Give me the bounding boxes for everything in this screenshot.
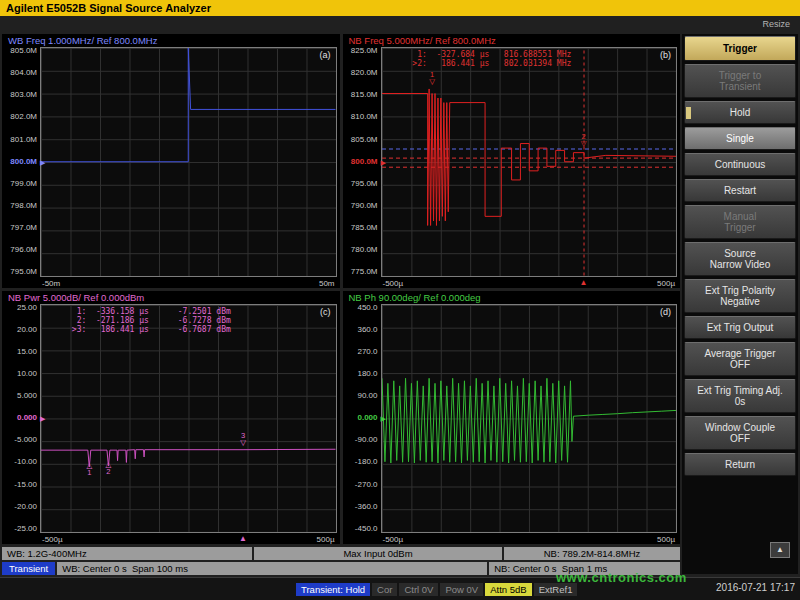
softkey-trigger[interactable]: Trigger <box>684 36 796 61</box>
softkey-return[interactable]: Return <box>684 453 796 476</box>
panel-wb-freq[interactable]: WB Freq 1.000MHz/ Ref 800.0MHz 805.0M804… <box>2 34 340 288</box>
panel-wb-freq-trace <box>41 48 336 276</box>
ref-level-marker-icon: ▶ <box>381 158 386 165</box>
y-tick-label: 801.0M <box>10 136 37 144</box>
nb-phase-trace <box>382 378 677 463</box>
sidebar-softkeys: TriggerTrigger toTransientHoldSingleCont… <box>682 34 798 574</box>
range-info-bar: WB: 1.2G-400MHz Max Input 0dBm NB: 789.2… <box>2 547 680 560</box>
panel-label-c: (c) <box>320 307 331 317</box>
resize-button[interactable]: Resize <box>762 19 790 29</box>
ref-level-marker-icon: ▶ <box>40 415 45 422</box>
panel-nb-power-x-axis: -500µ 500µ <box>4 533 337 544</box>
nb-pwr-trace <box>41 449 336 467</box>
y-tick-label: -270.0 <box>355 481 378 489</box>
clock: 2016-07-21 17:17 <box>716 582 795 593</box>
wb-range-info: WB: 1.2G-400MHz <box>2 547 252 560</box>
x-max-label: 500µ <box>657 535 675 544</box>
y-tick-label: 810.0M <box>351 113 378 121</box>
softkey-window-couple-off[interactable]: Window CoupleOFF <box>684 416 796 450</box>
status-ctrl: Ctrl 0V <box>399 583 438 596</box>
y-tick-label: 25.00 <box>17 304 37 312</box>
wb-freq-trace <box>41 48 336 162</box>
trace-marker-2: 2▽ <box>581 133 587 147</box>
nb-range-info: NB: 789.2M-814.8MHz <box>504 547 680 560</box>
y-tick-label: 15.00 <box>17 348 37 356</box>
status-pow: Pow 0V <box>440 583 483 596</box>
y-tick-label: 825.0M <box>351 47 378 55</box>
y-tick-label: -5.000 <box>14 436 37 444</box>
instrument-screen: Agilent E5052B Signal Source Analyzer Re… <box>0 0 800 600</box>
mode-badge: Transient <box>2 562 55 575</box>
panel-nb-power-plot[interactable]: (c) 1: -336.158 µs -7.2501 dBm 2: -271.1… <box>40 304 337 534</box>
y-tick-label: 450.0 <box>357 304 377 312</box>
x-min-label: -500µ <box>383 279 404 288</box>
axis-marker-icon: ▲ <box>239 534 247 543</box>
panel-wb-freq-plot[interactable]: (a) ▶ <box>40 47 337 277</box>
y-tick-label: -25.00 <box>14 525 37 533</box>
softkey-ext-trig-polarity-negative[interactable]: Ext Trig PolarityNegative <box>684 279 796 313</box>
trace-marker-3: 3▽ <box>240 432 246 446</box>
y-tick-label: 805.0M <box>351 136 378 144</box>
softkey-trigger-to-transient: Trigger toTransient <box>684 64 796 98</box>
y-tick-label: 798.0M <box>10 202 37 210</box>
y-tick-label: -180.0 <box>355 458 378 466</box>
panel-nb-freq-x-axis: -500µ 500µ <box>345 277 678 288</box>
y-tick-label: 5.000 <box>17 392 37 400</box>
y-tick-label: -450.0 <box>355 525 378 533</box>
y-tick-label: 799.0M <box>10 180 37 188</box>
y-tick-label: -10.00 <box>14 458 37 466</box>
y-tick-label: 0.000 <box>17 414 37 422</box>
y-tick-label: 90.00 <box>357 392 377 400</box>
panel-nb-power-title: NB Pwr 5.000dB/ Ref 0.000dBm <box>4 292 337 304</box>
x-min-label: -50m <box>42 279 60 288</box>
panel-nb-phase-x-axis: -500µ 500µ <box>345 533 678 544</box>
panel-nb-freq-marker-readout: 1: -327.684 µs 816.688551 MHz >2: 186.44… <box>408 50 572 68</box>
panel-nb-phase-title: NB Ph 90.00deg/ Ref 0.000deg <box>345 292 678 304</box>
y-tick-label: 180.0 <box>357 370 377 378</box>
panel-nb-freq-title: NB Freq 5.000MHz/ Ref 800.0MHz <box>345 35 678 47</box>
panel-wb-freq-x-axis: -50m 50m <box>4 277 337 288</box>
softkey-source-narrow-video[interactable]: SourceNarrow Video <box>684 242 796 276</box>
panel-nb-phase-plot[interactable]: (d) ▶ <box>381 304 678 534</box>
softkey-ext-trig-timing-adj-0s[interactable]: Ext Trig Timing Adj.0s <box>684 379 796 413</box>
softkey-ext-trig-output[interactable]: Ext Trig Output <box>684 316 796 339</box>
softkey-continuous[interactable]: Continuous <box>684 153 796 176</box>
y-tick-label: 795.0M <box>10 268 37 276</box>
panel-wb-freq-title: WB Freq 1.000MHz/ Ref 800.0MHz <box>4 35 337 47</box>
panel-nb-freq-y-axis: 825.0M820.0M815.0M810.0M805.0M800.0M795.… <box>345 47 381 277</box>
softkey-restart[interactable]: Restart <box>684 179 796 202</box>
y-tick-label: -20.00 <box>14 503 37 511</box>
y-tick-label: 800.0M <box>351 158 378 166</box>
status-transient-hold: Transient: Hold <box>296 583 370 596</box>
y-tick-label: 804.0M <box>10 69 37 77</box>
nb-freq-trace <box>382 89 677 226</box>
panel-nb-phase-y-axis: 450.0360.0270.0180.090.000.000-90.00-180… <box>345 304 381 534</box>
active-key-indicator <box>686 107 691 119</box>
panel-nb-freq-plot[interactable]: (b) 1: -327.684 µs 816.688551 MHz >2: 18… <box>381 47 678 277</box>
y-tick-label: 820.0M <box>351 69 378 77</box>
panel-nb-phase[interactable]: NB Ph 90.00deg/ Ref 0.000deg 450.0360.02… <box>343 291 681 545</box>
softkey-hold[interactable]: Hold <box>684 101 796 124</box>
x-max-label: 500µ <box>657 279 675 288</box>
trace-marker-1: △1 <box>86 462 92 476</box>
y-tick-label: 795.0M <box>351 180 378 188</box>
y-tick-label: 796.0M <box>10 246 37 254</box>
trace-marker-1: 1▽ <box>429 71 435 85</box>
softkey-manual-trigger: ManualTrigger <box>684 205 796 239</box>
x-min-label: -500µ <box>42 535 63 544</box>
panel-nb-freq[interactable]: NB Freq 5.000MHz/ Ref 800.0MHz 825.0M820… <box>343 34 681 288</box>
trace-marker-2: △2 <box>106 461 112 475</box>
panel-label-b: (b) <box>660 50 671 60</box>
plot-grid: WB Freq 1.000MHz/ Ref 800.0MHz 805.0M804… <box>2 34 680 544</box>
y-tick-label: -15.00 <box>14 481 37 489</box>
status-attn: Attn 5dB <box>485 583 531 596</box>
y-tick-label: 775.0M <box>351 268 378 276</box>
y-tick-label: 815.0M <box>351 91 378 99</box>
ref-level-marker-icon: ▶ <box>381 415 386 422</box>
softkey-average-trigger-off[interactable]: Average TriggerOFF <box>684 342 796 376</box>
window-title: Agilent E5052B Signal Source Analyzer <box>0 0 800 16</box>
y-tick-label: 780.0M <box>351 246 378 254</box>
softkey-scroll-up-button[interactable]: ▲ <box>770 542 790 558</box>
panel-nb-power[interactable]: NB Pwr 5.000dB/ Ref 0.000dBm 25.0020.001… <box>2 291 340 545</box>
softkey-single[interactable]: Single <box>684 127 796 150</box>
